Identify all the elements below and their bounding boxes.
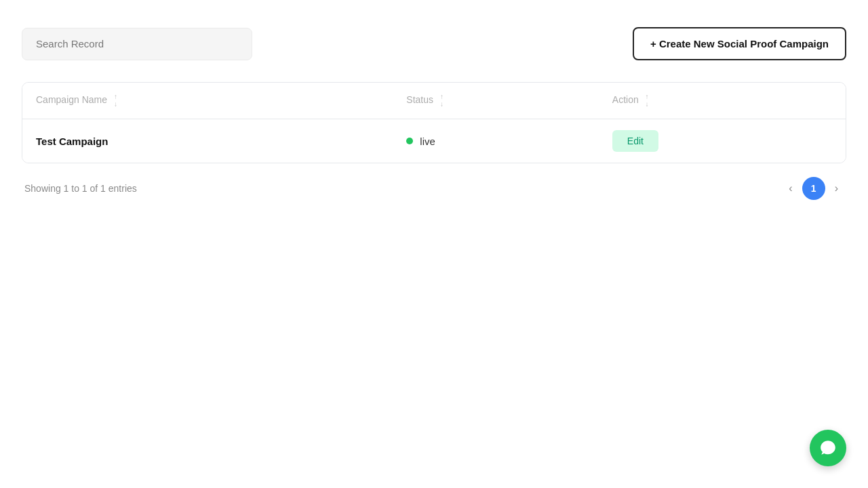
- campaign-name-cell: Test Campaign: [22, 119, 393, 163]
- edit-button[interactable]: Edit: [612, 130, 658, 152]
- campaigns-table-wrapper: Campaign Name ↑ ↓ Status ↑ ↓: [22, 82, 846, 163]
- status-text: live: [420, 136, 435, 147]
- page-1-button[interactable]: 1: [802, 177, 825, 200]
- chat-fab-button[interactable]: [810, 430, 846, 466]
- column-header-action[interactable]: Action ↑ ↓: [599, 83, 846, 119]
- column-header-campaign-name[interactable]: Campaign Name ↑ ↓: [22, 83, 393, 119]
- campaigns-table: Campaign Name ↑ ↓ Status ↑ ↓: [22, 83, 846, 163]
- search-input[interactable]: [36, 38, 238, 49]
- sort-icon-campaign-name: ↑ ↓: [114, 94, 117, 108]
- status-dot: [406, 138, 413, 144]
- pagination-bar: Showing 1 to 1 of 1 entries ‹ 1 ›: [22, 177, 846, 200]
- pagination-info: Showing 1 to 1 of 1 entries: [24, 183, 137, 194]
- next-page-button[interactable]: ›: [829, 178, 844, 199]
- search-wrapper[interactable]: [22, 28, 252, 60]
- chat-icon: [819, 439, 837, 457]
- column-header-status[interactable]: Status ↑ ↓: [393, 83, 599, 119]
- status-cell: live: [393, 119, 599, 163]
- sort-icon-action: ↑ ↓: [646, 94, 649, 108]
- action-cell: Edit: [599, 119, 846, 163]
- table-row: Test CampaignliveEdit: [22, 119, 846, 163]
- prev-page-button[interactable]: ‹: [783, 178, 797, 199]
- sort-icon-status: ↑ ↓: [440, 94, 443, 108]
- create-campaign-button[interactable]: + Create New Social Proof Campaign: [633, 27, 846, 60]
- top-bar: + Create New Social Proof Campaign: [22, 27, 846, 60]
- pagination-controls: ‹ 1 ›: [783, 177, 844, 200]
- table-header-row: Campaign Name ↑ ↓ Status ↑ ↓: [22, 83, 846, 119]
